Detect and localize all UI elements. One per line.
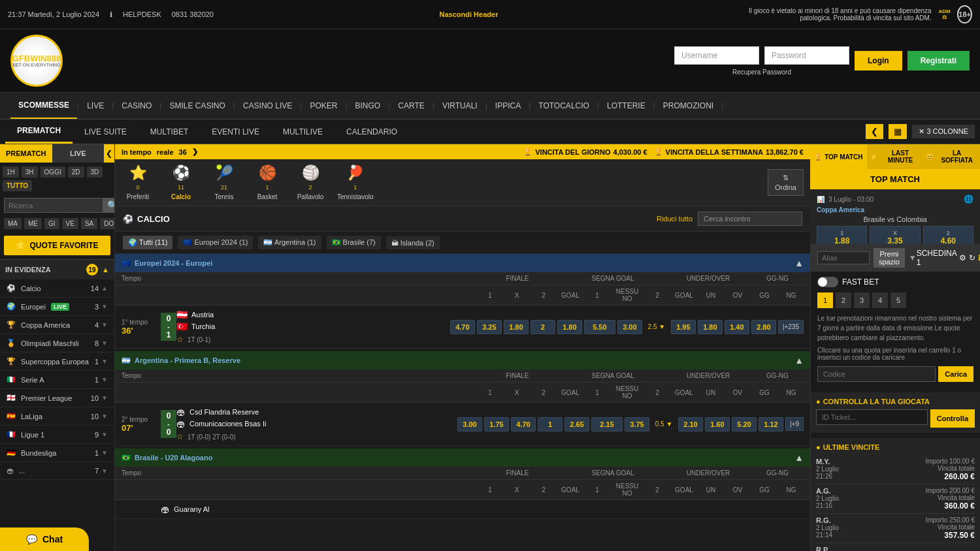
prev-btn[interactable]: ❮ (866, 124, 883, 139)
col-btn[interactable]: ✕ 3 COLONNE (912, 125, 975, 138)
filter-tutti[interactable]: 🌍 Tutti (11) (123, 236, 172, 249)
day-gi[interactable]: GI (44, 218, 59, 229)
sidebar-search-input[interactable] (4, 198, 103, 213)
tab-calcio[interactable]: ⚽ 11 Calcio (165, 165, 197, 200)
premi-spazio-arrow[interactable]: ▼ (909, 253, 917, 262)
sidebar-item-olimpiadi[interactable]: 🏅 Olimpiadi Maschili 8 ▼ (0, 334, 114, 353)
username-input[interactable] (674, 46, 759, 65)
hide-header-btn[interactable]: Nascondi Header (440, 10, 498, 18)
nav-promozioni[interactable]: PROMOZIONI (655, 93, 721, 118)
odd-nessuno-csd[interactable]: 2.15 (591, 417, 623, 432)
tab-top-match[interactable]: 🏆 TOP MATCH (810, 144, 867, 169)
nav-casino[interactable]: CASINO (114, 93, 159, 118)
day-me[interactable]: ME (24, 218, 42, 229)
subnav-multilive[interactable]: MULTILIVE (271, 121, 335, 143)
login-button[interactable]: Login (855, 51, 902, 71)
odd-gg-austria[interactable]: 1.40 (725, 320, 749, 334)
sidebar-item-premier[interactable]: 🏴󠁧󠁢󠁥󠁮󠁧󠁿 Premier League 10 ▼ (0, 389, 114, 407)
search-match-input[interactable] (698, 212, 802, 226)
odd-segna1-austria[interactable]: 1.80 (557, 320, 582, 334)
favorite-csd-btn[interactable]: ☆ (176, 432, 184, 441)
chat-button[interactable]: 💬 Chat (0, 527, 89, 551)
helpdesk-number[interactable]: 0831 382020 (172, 10, 214, 18)
odd-segna1-csd[interactable]: 2.65 (564, 417, 589, 432)
ordina-btn[interactable]: ⇅ Ordina (768, 169, 804, 196)
subnav-live-suite[interactable]: LIVE SUITE (73, 121, 139, 143)
odd-un-austria[interactable]: 1.95 (671, 320, 696, 334)
sidebar-tab-live[interactable]: LIVE (52, 144, 105, 163)
recover-password-link[interactable]: Recupera Password (674, 69, 849, 76)
more-austria[interactable]: |+235 (778, 320, 804, 334)
nav-carte[interactable]: CARTE (390, 93, 432, 118)
nav-casino-live[interactable]: CASINO LIVE (235, 93, 300, 118)
subnav-prematch[interactable]: PREMATCH (5, 119, 73, 144)
odd-ov-austria[interactable]: 1.80 (698, 320, 723, 334)
filter-europei[interactable]: 🇪🇺 Europei 2024 (1) (178, 236, 253, 249)
odd-gg-csd[interactable]: 5.20 (732, 417, 757, 432)
nav-lotterie[interactable]: LOTTERIE (599, 93, 653, 118)
schedina-tab-2[interactable]: 2 (836, 292, 851, 308)
sidebar-collapse-btn[interactable]: ❮ (104, 144, 114, 163)
odd-2-austria[interactable]: 1.80 (504, 320, 529, 334)
nav-totocalcio[interactable]: TOTOCALCIO (531, 93, 597, 118)
odd-ng-csd[interactable]: 1.12 (759, 417, 783, 432)
sidebar-item-coppa-america[interactable]: 🏆 Coppa America 4 ▼ (0, 316, 114, 334)
time-oggi[interactable]: OGGI (41, 166, 65, 178)
odd-goal-csd[interactable]: 1 (538, 417, 563, 432)
day-ve[interactable]: VE (62, 218, 78, 229)
day-do[interactable]: DO (100, 218, 115, 229)
nav-ippica[interactable]: IPPICA (487, 93, 529, 118)
filter-brasile[interactable]: 🇧🇷 Brasile (7) (327, 236, 381, 249)
nav-live[interactable]: LIVE (79, 93, 112, 118)
premi-spazio-btn[interactable]: Premi spazio (874, 248, 905, 268)
sidebar-item-ligue1[interactable]: 🇫🇷 Ligue 1 9 ▼ (0, 426, 114, 444)
more-csd[interactable]: |+9 (785, 417, 804, 431)
grid-view-btn[interactable]: ▦ (889, 124, 907, 139)
subnav-calendario[interactable]: CALENDARIO (335, 121, 409, 143)
time-tutto[interactable]: TUTTO (3, 180, 32, 191)
fast-bet-toggle[interactable] (817, 277, 838, 287)
time-1h[interactable]: 1H (3, 166, 19, 178)
sidebar-tab-prematch[interactable]: PREMATCH (0, 144, 52, 163)
tab-tennistavolo[interactable]: 🏓 1 Tennistavolo (337, 165, 374, 200)
carica-btn[interactable]: Carica (938, 366, 973, 382)
odd-segna2-csd[interactable]: 3.75 (625, 417, 649, 432)
time-3d[interactable]: 3D (87, 166, 103, 178)
odd-goal-austria[interactable]: 2 (531, 320, 555, 334)
brasile-collapse-icon[interactable]: ▲ (794, 452, 804, 463)
tab-last-minute[interactable]: ⚡ LAST MINUTE (867, 144, 924, 169)
tab-preferiti[interactable]: ⭐ 0 Preferiti (122, 165, 154, 200)
odd-1-austria[interactable]: 4.70 (450, 320, 475, 334)
sidebar-item-supercoppa[interactable]: 🏆 Supercoppa Europea 1 ▼ (0, 353, 114, 371)
league-brasile-header[interactable]: 🇧🇷 Brasile - U20 Alagoano ▲ (115, 449, 810, 467)
odd-1-csd[interactable]: 3.00 (457, 417, 482, 432)
subnav-eventi-live[interactable]: EVENTI LIVE (200, 121, 271, 143)
sidebar-item-more[interactable]: 🏟 ... 7 ▼ (0, 462, 114, 480)
sidebar-item-serie-a[interactable]: 🇮🇹 Serie A 1 ▼ (0, 371, 114, 389)
gear-icon[interactable]: ⚙ (959, 253, 966, 262)
quote-favorite-btn[interactable]: ⭐ QUOTE FAVORITE (4, 236, 110, 255)
refresh-icon[interactable]: ↻ (969, 253, 975, 262)
argentina-collapse-icon[interactable]: ▲ (794, 355, 804, 366)
mc-odd-x-brasile[interactable]: X 3.35 (870, 226, 920, 244)
mc-odd-2-brasile[interactable]: 2 4.60 (923, 226, 973, 244)
mc-odd-1-brasile[interactable]: 1 1.88 (817, 226, 867, 244)
odd-2-csd[interactable]: 4.70 (511, 417, 536, 432)
arrow-right-icon[interactable]: ❯ (192, 148, 198, 156)
odd-x-csd[interactable]: 1.75 (484, 417, 509, 432)
nav-virtuali[interactable]: VIRTUALI (434, 93, 485, 118)
sidebar-search-btn[interactable]: 🔍 (103, 198, 115, 213)
sidebar-item-laliga[interactable]: 🇪🇸 LaLiga 10 ▼ (0, 407, 114, 426)
europei-collapse-icon[interactable]: ▲ (794, 258, 804, 268)
odd-segna2-austria[interactable]: 3.00 (617, 320, 642, 334)
nav-scommesse[interactable]: SCOMMESSE (10, 93, 77, 119)
odd-ng-austria[interactable]: 2.80 (751, 320, 776, 334)
nav-poker[interactable]: POKER (302, 93, 345, 118)
logo-area[interactable]: GFBWIN888 BET ON EVERYTHING (10, 35, 63, 87)
riduci-tutto-btn[interactable]: Riduci tutto (657, 215, 693, 223)
schedina-tab-1[interactable]: 1 (817, 292, 833, 308)
nav-bingo[interactable]: BINGO (348, 93, 389, 118)
controlla-btn[interactable]: Controlla (930, 409, 975, 428)
register-button[interactable]: Registrati (907, 51, 970, 71)
schedina-tab-5[interactable]: 5 (890, 292, 906, 308)
